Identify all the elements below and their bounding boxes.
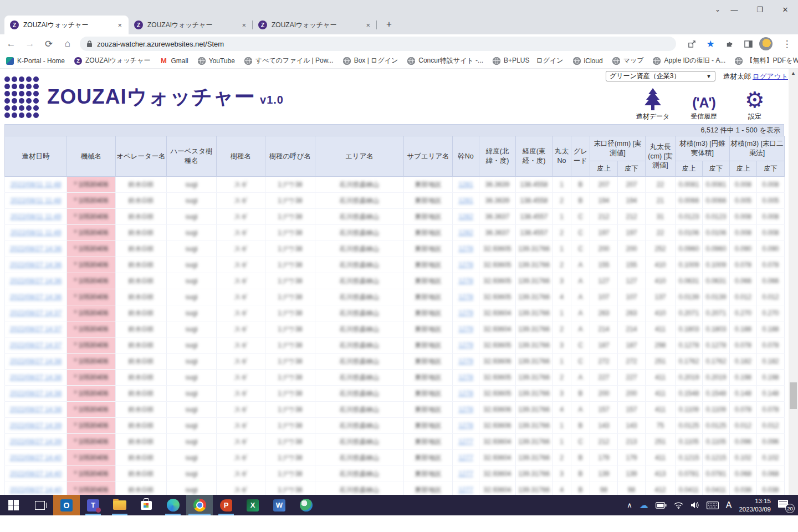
- back-icon[interactable]: ←: [3, 36, 19, 52]
- taskbar-edge[interactable]: [160, 495, 186, 515]
- trunk-no-link[interactable]: 1278: [453, 273, 479, 289]
- trunk-no-link[interactable]: 1277: [453, 450, 479, 466]
- datetime-link[interactable]: 2022/08/11 11:48: [5, 193, 67, 209]
- scrollbar-thumb[interactable]: [790, 382, 797, 409]
- trunk-no-link[interactable]: 1278: [453, 241, 479, 257]
- datetime-link[interactable]: 2022/08/27 14:38: [5, 354, 67, 370]
- datetime-link[interactable]: 2022/08/27 14:39: [5, 434, 67, 450]
- ime-mode-indicator[interactable]: A: [726, 500, 732, 510]
- action-center-button[interactable]: 20: [778, 500, 792, 511]
- taskbar-clock[interactable]: 13:15 2023/03/09: [739, 497, 771, 514]
- trunk-no-link[interactable]: 1278: [453, 386, 479, 402]
- col-header-species[interactable]: 樹種名: [217, 136, 265, 177]
- forward-icon[interactable]: →: [22, 36, 38, 52]
- col-header-above-bark[interactable]: 皮上: [676, 161, 703, 177]
- side-panel-icon[interactable]: [740, 36, 756, 52]
- datetime-link[interactable]: 2022/08/11 11:49: [5, 209, 67, 225]
- col-header-below-bark[interactable]: 皮下: [757, 161, 785, 177]
- datetime-link[interactable]: 2022/08/27 14:36: [5, 257, 67, 273]
- profile-avatar[interactable]: [759, 37, 773, 50]
- browser-menu-icon[interactable]: ⋮: [779, 36, 795, 52]
- battery-icon[interactable]: [656, 502, 667, 509]
- new-tab-button[interactable]: +: [381, 17, 397, 32]
- datetime-link[interactable]: 2022/08/27 14:38: [5, 370, 67, 386]
- bookmark-item[interactable]: すべてのファイル | Pow...: [244, 56, 334, 65]
- tab-close-icon[interactable]: ×: [241, 21, 247, 29]
- col-header-longitude[interactable]: 経度(東経・度): [516, 136, 553, 177]
- home-icon[interactable]: ⌂: [60, 36, 75, 52]
- trunk-no-link[interactable]: 1281: [453, 177, 479, 193]
- tab-search-chevron-icon[interactable]: ⌄: [715, 6, 720, 13]
- datetime-link[interactable]: 2022/08/27 14:38: [5, 402, 67, 418]
- col-header-grade[interactable]: グレード: [571, 136, 590, 177]
- bookmark-item[interactable]: Concur特設サイト -...: [407, 56, 483, 65]
- onedrive-cloud-icon[interactable]: ☁: [640, 500, 648, 510]
- trunk-no-link[interactable]: 1281: [453, 193, 479, 209]
- ime-keyboard-icon[interactable]: [707, 502, 719, 509]
- datetime-link[interactable]: 2022/08/27 14:40: [5, 482, 67, 495]
- start-button[interactable]: [0, 495, 27, 515]
- bookmark-item[interactable]: Box | ログイン: [342, 56, 398, 65]
- col-header-log-no[interactable]: 丸太No: [553, 136, 571, 177]
- bookmark-item[interactable]: K-Portal - Home: [6, 57, 65, 65]
- col-header-species-alias[interactable]: 樹種の呼び名: [265, 136, 315, 177]
- trunk-no-link[interactable]: 1278: [453, 257, 479, 273]
- col-header-operator[interactable]: オペレーター名: [116, 136, 167, 177]
- trunk-no-link[interactable]: 1277: [453, 434, 479, 450]
- bookmark-item[interactable]: iCloud: [572, 57, 603, 65]
- col-header-datetime[interactable]: 造材日時: [5, 136, 67, 177]
- trunk-no-link[interactable]: 1277: [453, 482, 479, 495]
- tab-close-icon[interactable]: ×: [116, 21, 123, 29]
- bookmark-item[interactable]: ZZOUZAIウォッチャー: [74, 56, 150, 65]
- taskbar-ms-store[interactable]: [133, 495, 160, 515]
- trunk-no-link[interactable]: 1282: [453, 225, 479, 241]
- tray-expand-chevron-icon[interactable]: ∧: [627, 501, 632, 509]
- taskbar-globe-app[interactable]: [293, 495, 319, 515]
- bookmark-item[interactable]: 【無料】PDFをWordに...: [734, 56, 798, 65]
- nav-zouzai-data[interactable]: 造材データ: [633, 86, 673, 121]
- datetime-link[interactable]: 2022/08/27 14:37: [5, 305, 67, 321]
- trunk-no-link[interactable]: 1277: [453, 466, 479, 482]
- bookmark-item[interactable]: マップ: [612, 56, 644, 65]
- datetime-link[interactable]: 2022/08/27 14:40: [5, 466, 67, 482]
- datetime-link[interactable]: 2022/08/27 14:36: [5, 273, 67, 289]
- col-header-volume-cone[interactable]: 材積(m3) [円錐実体積]: [676, 136, 730, 161]
- datetime-link[interactable]: 2022/08/27 14:37: [5, 321, 67, 337]
- address-bar[interactable]: zouzai-watcher.azurewebsites.net/Stem: [80, 37, 676, 51]
- datetime-link[interactable]: 2022/08/27 14:39: [5, 418, 67, 434]
- window-restore-button[interactable]: ❐: [747, 0, 773, 19]
- col-header-below-bark[interactable]: 皮下: [703, 161, 730, 177]
- taskbar-excel[interactable]: X: [239, 495, 266, 515]
- page-scrollbar[interactable]: ▲: [789, 69, 798, 495]
- taskbar-teams[interactable]: T: [80, 495, 106, 515]
- col-header-trunk-no[interactable]: 幹No: [453, 136, 479, 177]
- share-icon[interactable]: [684, 36, 699, 52]
- col-header-harvester-species[interactable]: ハーベスタ樹種名: [167, 136, 217, 177]
- col-header-log-length[interactable]: 丸太長 (cm) [実測値]: [646, 136, 676, 177]
- datetime-link[interactable]: 2022/08/27 14:36: [5, 289, 67, 305]
- company-select[interactable]: グリーン資産（企業3） ▼: [606, 71, 715, 81]
- col-header-above-bark[interactable]: 皮上: [730, 161, 757, 177]
- col-header-below-bark[interactable]: 皮下: [618, 161, 646, 177]
- speaker-icon[interactable]: [690, 502, 699, 509]
- extensions-puzzle-icon[interactable]: [722, 36, 737, 52]
- tab-close-icon[interactable]: ×: [365, 21, 371, 29]
- taskbar-file-explorer[interactable]: [106, 495, 133, 515]
- datetime-link[interactable]: 2022/08/27 14:36: [5, 241, 67, 257]
- col-header-area[interactable]: エリア名: [315, 136, 404, 177]
- wifi-icon[interactable]: [674, 502, 683, 509]
- nav-settings[interactable]: ⚙ 設定: [735, 86, 775, 121]
- datetime-link[interactable]: 2022/08/27 14:38: [5, 386, 67, 402]
- trunk-no-link[interactable]: 1278: [453, 289, 479, 305]
- bookmark-item[interactable]: YouTube: [197, 57, 235, 65]
- browser-tab-3[interactable]: Z ZOUZAIウォッチャー ×: [253, 16, 377, 34]
- col-header-machine[interactable]: 機械名: [67, 136, 116, 177]
- browser-tab-1[interactable]: Z ZOUZAIウォッチャー ×: [4, 16, 129, 34]
- datetime-link[interactable]: 2022/08/11 11:49: [5, 225, 67, 241]
- bookmark-item[interactable]: Apple IDの復旧 - A...: [652, 56, 725, 65]
- trunk-no-link[interactable]: 1279: [453, 305, 479, 321]
- trunk-no-link[interactable]: 1279: [453, 337, 479, 354]
- task-view-button[interactable]: [27, 495, 53, 515]
- scroll-up-arrow-icon[interactable]: ▲: [789, 70, 798, 76]
- nav-receive-history[interactable]: ('A') 受信履歴: [684, 86, 724, 121]
